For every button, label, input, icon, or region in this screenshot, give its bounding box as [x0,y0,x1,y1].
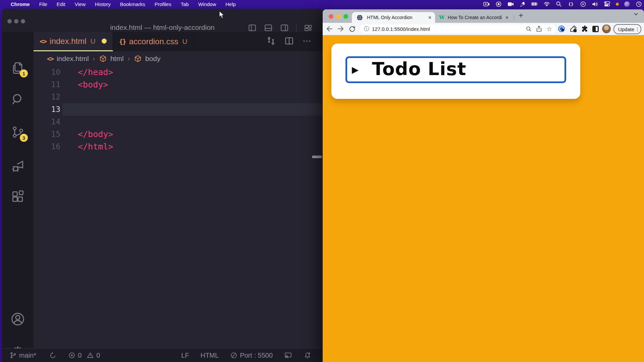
record-icon[interactable] [495,1,502,7]
eol-indicator[interactable]: LF [181,352,189,359]
code-line-active[interactable]: 13 [34,103,323,116]
unsaved-dot-icon[interactable] [102,39,107,44]
accordion-summary[interactable]: ▶ Todo List [345,56,566,83]
code-line[interactable]: 14 [34,116,323,128]
run-debug-icon[interactable] [10,159,26,175]
volume-icon[interactable] [592,1,598,7]
window-close-button[interactable] [7,19,12,23]
menu-tab[interactable]: Tab [176,1,194,7]
menu-view[interactable]: View [70,1,90,7]
menu-history[interactable]: History [90,1,115,7]
titlebar-layout-controls [248,23,313,32]
customize-layout-icon[interactable] [304,23,313,32]
language-mode[interactable]: HTML [201,352,219,359]
close-tab-icon[interactable]: ✕ [502,15,512,20]
disclosure-triangle-icon[interactable]: ▶ [352,65,359,75]
window-close-button[interactable] [329,14,333,19]
more-actions-icon[interactable]: ⋯ [303,39,311,43]
symbol-cube-icon [134,55,142,63]
page-content: ▶ Todo List [323,35,644,362]
new-tab-button[interactable]: + [519,11,523,20]
window-zoom-button[interactable] [21,19,25,23]
live-server-port[interactable]: Port : 5500 [230,352,273,359]
code-line[interactable]: 11<body> [34,78,323,91]
menu-help[interactable]: Help [221,1,240,7]
wifi-icon[interactable] [543,1,550,7]
menu-bookmarks[interactable]: Bookmarks [115,1,150,7]
video-camera-icon[interactable] [507,1,514,7]
window-minimize-button[interactable] [336,14,341,19]
site-info-icon[interactable]: ⓘ [364,25,369,33]
window-zoom-button[interactable] [343,14,348,19]
tab-git-status: U [90,37,95,45]
breadcrumb-file[interactable]: index.html [57,55,89,63]
toggle-panel-right-icon[interactable] [280,23,289,32]
code-line[interactable]: 15</body> [34,128,323,140]
battery-icon[interactable] [531,1,538,7]
reload-button[interactable] [347,24,357,34]
toggle-panel-left-icon[interactable] [248,23,257,32]
open-changes-icon[interactable] [266,36,276,46]
braces-menu-icon[interactable]: {} [568,1,574,7]
chrome-tab-strip: HTML Only Accordion ✕ W How To Create an… [323,9,644,23]
code-line[interactable]: 10</head> [34,66,323,78]
breadcrumb-html[interactable]: html [110,55,124,63]
code-line[interactable]: 12 [34,91,323,103]
back-button[interactable] [325,24,334,34]
control-center-icon[interactable] [604,1,610,7]
address-bar[interactable]: ⓘ 127.0.0.1:5500/index.html ☆ [360,24,556,33]
share-icon[interactable] [536,26,542,32]
tab-index-html[interactable]: <> index.html U [34,32,113,51]
browser-tab-active[interactable]: HTML Only Accordion ✕ [352,12,435,23]
notifications-bell-icon[interactable] [304,352,311,359]
git-branch-item[interactable]: main* [9,352,36,359]
code-editor[interactable]: 10</head> 11<body> 12 13 14 15</body> 16… [34,66,323,349]
problems-item[interactable]: 0 0 [68,352,100,359]
screen-record-icon[interactable] [483,1,490,7]
search-icon[interactable] [555,1,562,7]
menu-edit[interactable]: Edit [52,1,70,7]
source-control-icon[interactable]: 3 [10,124,26,140]
warning-count: 0 [96,352,100,359]
zoom-icon[interactable] [526,26,532,32]
split-editor-icon[interactable] [284,36,294,46]
window-minimize-button[interactable] [14,19,18,23]
play-circle-icon[interactable] [580,1,586,7]
extensions-icon[interactable] [10,189,26,205]
breadcrumb-body[interactable]: body [145,55,161,63]
tab-search-chevron-icon[interactable] [634,13,638,15]
code-line[interactable]: 16</html> [34,140,323,153]
css-file-icon: {} [119,38,126,46]
close-tab-icon[interactable]: ✕ [425,15,435,20]
account-icon[interactable] [10,311,26,327]
update-chrome-button[interactable]: Update [613,24,641,34]
url-text: 127.0.0.1:5500/index.html [372,26,430,32]
address-bar-actions: ☆ [526,26,556,32]
tab-label: accordion.css [129,37,178,46]
extensions-puzzle-icon[interactable] [580,24,589,33]
explorer-icon[interactable]: 1 [10,60,26,76]
dark-reader-extension-icon[interactable] [591,24,600,33]
browser-tab-inactive[interactable]: W How To Create an Accordion ✕ [435,12,512,23]
menu-profiles[interactable]: Profiles [150,1,176,7]
profile-avatar[interactable] [602,24,611,34]
toggle-panel-bottom-icon[interactable] [264,23,273,32]
menubar-menus: Chrome File Edit View History Bookmarks … [0,1,240,7]
remote-session-icon[interactable] [284,351,292,359]
forward-button[interactable] [336,24,345,34]
clock-icon[interactable] [635,1,642,7]
extension-blue-icon[interactable] [557,24,566,33]
menu-file[interactable]: File [35,1,52,7]
search-icon[interactable] [10,92,26,108]
menu-window[interactable]: Window [194,1,221,7]
menu-chrome[interactable]: Chrome [6,1,35,7]
siri-icon[interactable] [624,1,630,7]
bookmark-star-icon[interactable]: ☆ [546,26,552,32]
scrollbar-grip[interactable] [312,156,322,158]
rocket-icon[interactable] [519,1,526,7]
color-picker-extension-icon[interactable] [569,24,578,33]
tab-accordion-css[interactable]: {} accordion.css U [113,32,194,51]
macos-menubar: Chrome File Edit View History Bookmarks … [0,0,644,8]
sync-item[interactable] [49,352,57,359]
chrome-menu-icon[interactable] [637,27,638,32]
